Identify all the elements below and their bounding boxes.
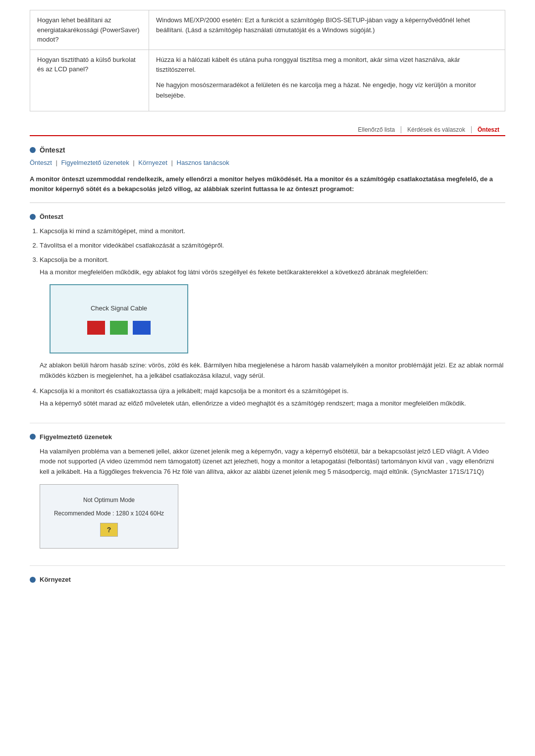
faq-answer-2: Húzza ki a hálózati kábelt és utána puha…	[149, 50, 505, 111]
color-blocks	[87, 321, 151, 335]
question-mark-box: ?	[100, 523, 118, 537]
optimum-line-1: Not Optimum Mode	[83, 496, 135, 504]
color-block-green	[110, 321, 128, 335]
tab-hasznos[interactable]: Hasznos tanácsok	[177, 159, 229, 166]
tab-figyelmezteto[interactable]: Figyelmeztető üzenetek	[61, 159, 129, 166]
onteszt-subtitle: Önteszt	[30, 213, 505, 220]
after-diagram-text: Az ablakon belüli három hasáb színe: vör…	[40, 360, 505, 381]
step-4: Kapcsolja ki a monitort és csatlakoztass…	[40, 386, 505, 409]
faq-question-1: Hogyan lehet beállítani az energiatakaré…	[30, 10, 149, 50]
optimum-line-2: Recommended Mode : 1280 x 1024 60Hz	[54, 509, 164, 518]
nav-item-onteszt[interactable]: Önteszt	[472, 126, 505, 133]
bullet-icon	[30, 147, 36, 153]
onteszt-subsection: Önteszt Kapcsolja ki mind a számítógépet…	[30, 213, 505, 423]
faq-question-2: Hogyan tisztítható a külső burkolat és a…	[30, 50, 149, 111]
intro-paragraph: A monitor önteszt uzemmoddal rendelkezik…	[30, 174, 505, 203]
main-title: Önteszt	[30, 146, 505, 154]
bullet-icon-4	[30, 577, 36, 583]
faq-row-1: Hogyan lehet beállítani az energiatakaré…	[30, 10, 505, 50]
signal-cable-diagram: Check Signal Cable	[50, 284, 188, 353]
faq-table: Hogyan lehet beállítani az energiatakaré…	[30, 10, 505, 111]
tab-kornyezet[interactable]: Környezet	[138, 159, 167, 166]
faq-row-2: Hogyan tisztítható a külső burkolat és a…	[30, 50, 505, 111]
nav-item-ellenorzo[interactable]: Ellenőrző lista	[352, 126, 402, 133]
step-2: Távolítsa el a monitor videókábel csatla…	[40, 241, 505, 251]
bullet-icon-2	[30, 214, 36, 220]
signal-cable-text: Check Signal Cable	[91, 303, 147, 314]
step-3: Kapcsolja be a monitort. Ha a monitor me…	[40, 255, 505, 354]
figyelmezteto-body: Ha valamilyen probléma van a bemeneti je…	[40, 447, 505, 477]
step-1: Kapcsolja ki mind a számítógépet, mind a…	[40, 226, 505, 237]
kornyezet-title: Környezet	[30, 576, 505, 583]
figyelmezteto-subsection: Figyelmeztető üzenetek Ha valamilyen pro…	[30, 433, 505, 566]
onteszt-step4-list: Kapcsolja ki a monitort és csatlakoztass…	[30, 386, 505, 409]
onteszt-steps: Kapcsolja ki mind a számítógépet, mind a…	[30, 226, 505, 353]
nav-bar: Ellenőrző lista Kérdések és válaszok Önt…	[30, 126, 505, 136]
figyelmezteto-title: Figyelmeztető üzenetek	[30, 433, 505, 441]
step-4-sub: Ha a képernyő sötét marad az előző művel…	[40, 399, 505, 409]
tab-onteszt[interactable]: Önteszt	[30, 159, 52, 166]
bullet-icon-3	[30, 434, 36, 440]
nav-item-kerdesek[interactable]: Kérdések és válaszok	[401, 126, 472, 133]
tab-links: Önteszt | Figyelmeztető üzenetek | Körny…	[30, 159, 505, 166]
optimum-mode-diagram: Not Optimum Mode Recommended Mode : 1280…	[40, 484, 178, 549]
step-3-sub: Ha a monitor megfelelően működik, egy ab…	[40, 267, 505, 278]
color-block-blue	[133, 321, 151, 335]
faq-answer-1: Windows ME/XP/2000 esetén: Ezt a funkció…	[149, 10, 505, 50]
color-block-red	[87, 321, 105, 335]
